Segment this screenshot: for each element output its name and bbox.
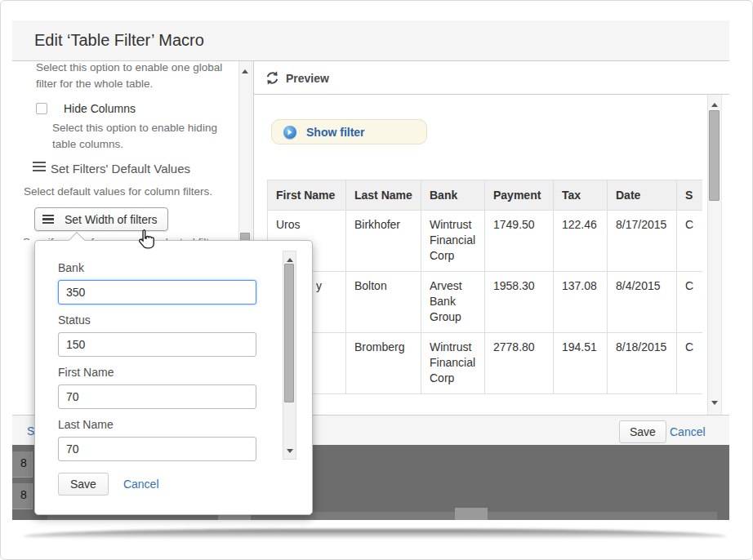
preview-scroll-up-arrow[interactable] [708,99,721,110]
table-cell: Arvest Bank Group [421,272,485,333]
table-cell: Bolton [346,272,421,333]
preview-header: Preview [254,61,729,95]
table-cell: 194.51 [554,333,608,394]
table-cell: Wintrust Financial Corp [421,211,485,272]
dialog-header: Edit ‘Table Filter’ Macro [12,20,729,61]
table-cell: 2778.80 [485,333,554,394]
table-body: UrosBirkhoferWintrust Financial Corp1749… [268,211,703,394]
hamburger-icon [42,213,54,226]
background-table-cell-light [455,508,488,520]
table-row: UrosBirkhoferWintrust Financial Corp1749… [268,211,703,272]
width-field-input[interactable] [58,332,256,357]
dialog-save-button[interactable]: Save [619,420,666,443]
column-header: Tax [554,180,608,211]
set-width-of-filters-button[interactable]: Set Width of filters [34,207,168,231]
preview-table-container: First NameLast NameBankPaymentTaxDateS U… [267,180,702,409]
width-field-label: Bank [58,262,258,274]
sidebar-scroll-up-arrow[interactable] [238,65,252,77]
table-cell: Bromberg [346,333,421,394]
popup-scroll-down-arrow[interactable] [283,445,296,456]
refresh-icon[interactable] [265,70,280,89]
table-cell: 8/18/2015 [608,333,677,394]
show-filter-label: Show filter [306,126,365,139]
hide-columns-checkbox[interactable] [36,103,47,114]
table-header-row: First NameLast NameBankPaymentTaxDateS [268,180,703,211]
hide-columns-label: Hide Columns [64,102,136,115]
table-cell: 1958.30 [485,272,554,333]
width-field-label: Status [58,314,258,327]
width-field-label: Last Name [58,419,258,431]
popup-save-button[interactable]: Save [58,473,109,496]
dialog-title: Edit ‘Table Filter’ Macro [34,31,204,50]
global-filter-description: Select this option to enable one global … [36,61,240,92]
dialog-cancel-link[interactable]: Cancel [670,425,706,438]
width-field: Status [58,314,258,357]
set-defaults-section-header[interactable]: Set Filters' Default Values [33,159,190,176]
table-cell: Birkhofer [346,211,421,272]
width-field: Last Name [58,419,258,461]
column-header: S [677,180,703,211]
table-row: BrombergWintrust Financial Corp2778.8019… [268,333,703,394]
footer-left-link[interactable]: S [27,424,34,438]
popup-scrollbar-thumb[interactable] [284,264,294,402]
popup-fields: Bank Status First Name Last Name [58,262,258,471]
table-row: yBoltonArvest Bank Group1958.30137.088/4… [268,272,703,333]
screenshot-bottom-shadow [23,529,727,539]
table-cell: 122.46 [554,211,608,272]
popup-actions: Save Cancel [58,473,159,496]
width-field-input[interactable] [58,280,256,304]
column-header: Last Name [346,180,421,211]
hamburger-icon [33,159,46,174]
preview-title: Preview [286,72,329,85]
width-field: Bank [58,262,258,304]
table-cell: 8/4/2015 [608,272,677,333]
table-cell: Wintrust Financial Corp [421,333,485,394]
width-field-input[interactable] [58,384,256,409]
preview-scrollbar-thumb[interactable] [709,110,720,201]
width-field: First Name [58,367,258,409]
set-defaults-description: Select default values for column filters… [24,184,244,200]
table-cell: 137.08 [554,272,608,333]
mouse-cursor-icon [137,229,155,254]
width-field-label: First Name [58,367,258,379]
table-cell: C [677,211,703,272]
background-table-cell: 8 [12,483,33,509]
preview-scroll-down-arrow[interactable] [708,397,721,408]
table-cell: C [677,333,703,394]
set-width-button-label: Set Width of filters [65,213,158,226]
column-header: Bank [421,180,485,211]
table-cell: 8/17/2015 [608,211,677,272]
set-width-popup: Bank Status First Name Last Name Save Ca… [34,240,313,515]
preview-table: First NameLast NameBankPaymentTaxDateS U… [267,180,702,394]
width-field-input[interactable] [58,437,256,461]
hide-columns-description: Select this option to enable hiding tabl… [52,120,236,153]
hide-columns-row: Hide Columns [36,101,136,116]
show-filter-arrow-icon [283,126,296,139]
column-header: Date [608,180,677,211]
background-table-cell: 8 [12,451,33,478]
column-header: Payment [485,180,554,211]
table-cell: 1749.50 [485,211,554,272]
show-filter-button[interactable]: Show filter [271,119,427,144]
set-defaults-label: Set Filters' Default Values [51,162,190,176]
table-cell: C [677,272,703,333]
column-header: First Name [268,180,346,211]
popup-cancel-link[interactable]: Cancel [123,478,159,491]
set-width-description-clipped: Specify width for manually selected filt… [23,234,245,240]
